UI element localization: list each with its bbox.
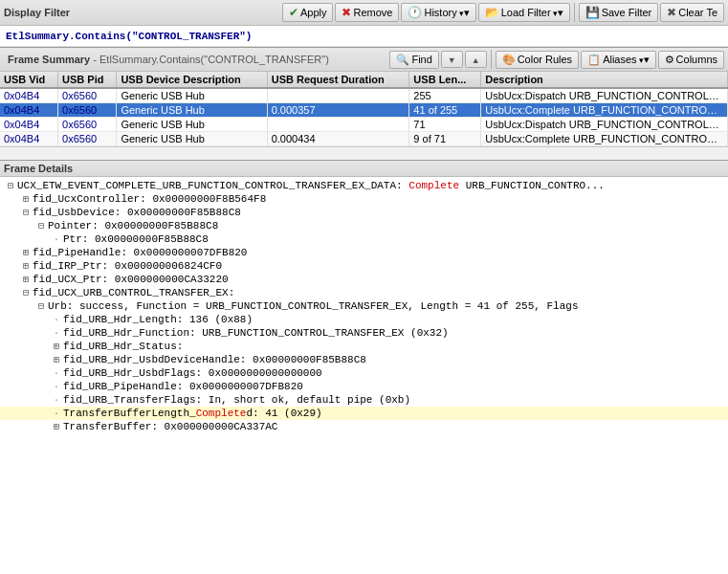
tree-item[interactable]: ⊞fid_UcxController: 0x00000000F8B564F8 <box>0 192 728 206</box>
table-cell: Generic USB Hub <box>117 103 267 118</box>
table-row[interactable]: 0x04B40x6560Generic USB Hub0.0004349 of … <box>0 132 728 146</box>
down-button[interactable] <box>441 51 463 68</box>
tree-toggle-icon[interactable]: · <box>50 382 63 392</box>
bottom-scrollbar[interactable] <box>0 146 728 160</box>
tree-item[interactable]: ⊟UCX_ETW_EVENT_COMPLETE_URB_FUNCTION_CON… <box>0 179 728 192</box>
tree-label: Ptr: 0x00000000F85B88C8 <box>63 233 209 245</box>
color-rules-icon <box>502 54 516 66</box>
tree-item[interactable]: ⊞fid_IRP_Ptr: 0x000000006824CF0 <box>0 259 728 273</box>
col-pid[interactable]: USB Pid <box>58 72 117 88</box>
filter-input-bar[interactable]: EtlSummary.Contains("CONTROL_TRANSFER") <box>0 26 728 47</box>
frame-table-wrapper: USB Vid USB Pid USB Device Description U… <box>0 72 728 146</box>
col-device-desc[interactable]: USB Device Description <box>117 72 267 88</box>
tree-toggle-icon[interactable]: ⊞ <box>19 260 33 272</box>
col-req-duration[interactable]: USB Request Duration <box>267 72 409 88</box>
tree-label: fid_URB_Hdr_UsbdDeviceHandle: 0x00000000… <box>63 354 366 365</box>
tree-toggle-icon[interactable]: ⊞ <box>19 274 33 285</box>
table-cell: 0.000434 <box>267 132 409 146</box>
table-row[interactable]: 0x04B40x6560Generic USB Hub71UsbUcx:Disp… <box>0 118 728 132</box>
history-button[interactable]: History ▾ <box>401 3 475 22</box>
table-cell: 0x6560 <box>58 132 117 146</box>
tree-toggle-icon[interactable]: · <box>50 395 63 406</box>
tree-item[interactable]: · TransferBufferLength_Completed: 41 (0x… <box>0 407 728 420</box>
clear-icon <box>667 6 676 19</box>
tree-item[interactable]: ⊟Urb: success, Function = URB_FUNCTION_C… <box>0 299 728 313</box>
tree-label: fid_URB_TransferFlags: In, short ok, def… <box>63 394 410 406</box>
tree-label: fid_URB_Hdr_Function: URB_FUNCTION_CONTR… <box>63 327 449 339</box>
col-description[interactable]: Description <box>481 72 728 88</box>
frame-details-title: Frame Details <box>0 161 728 177</box>
load-filter-button[interactable]: Load Filter ▾ <box>478 3 570 22</box>
table-row[interactable]: 0x04B40x6560Generic USB Hub255UsbUcx:Dis… <box>0 88 728 103</box>
table-cell: 0x04B4 <box>0 103 58 118</box>
display-filter-title: Display Filter <box>4 7 280 18</box>
table-row[interactable]: 0x04B40x6560Generic USB Hub0.00035741 of… <box>0 103 728 118</box>
filter-text: EtlSummary.Contains("CONTROL_TRANSFER") <box>6 31 252 42</box>
frame-summary-subtitle: - EtlSummary.Contains("CONTROL_TRANSFER"… <box>93 54 329 65</box>
tree-item[interactable]: ⊞fid_UCX_Ptr: 0x000000000CA33220 <box>0 273 728 286</box>
table-cell: 0x04B4 <box>0 132 58 146</box>
tree-toggle-icon[interactable]: · <box>50 408 63 419</box>
display-filter-section: Display Filter Apply Remove History ▾ Lo… <box>0 0 728 48</box>
tree-toggle-icon[interactable]: · <box>50 328 63 339</box>
separator-2 <box>491 50 492 69</box>
save-filter-button[interactable]: Save Filter <box>579 3 659 22</box>
tree-toggle-icon[interactable]: ⊞ <box>19 193 33 205</box>
clear-button[interactable]: Clear Te <box>660 3 724 22</box>
tree-toggle-icon[interactable]: ⊟ <box>19 287 33 298</box>
tree-item[interactable]: · fid_URB_Hdr_UsbdFlags: 0x0000000000000… <box>0 366 728 380</box>
tree-item[interactable]: ⊞fid_PipeHandle: 0x0000000007DFB820 <box>0 246 728 259</box>
tree-item[interactable]: ⊟fid_UCX_URB_CONTROL_TRANSFER_EX: <box>0 286 728 299</box>
tree-label: fid_UCX_Ptr: 0x000000000CA33220 <box>33 274 229 285</box>
tree-toggle-icon[interactable]: ⊞ <box>19 247 33 258</box>
table-cell: UsbUcx:Complete URB_FUNCTION_CONTROL_TRA… <box>481 103 728 118</box>
tree-toggle-icon[interactable]: ⊞ <box>50 421 63 432</box>
tree-label: UCX_ETW_EVENT_COMPLETE_URB_FUNCTION_CONT… <box>17 180 605 191</box>
tree-toggle-icon[interactable]: · <box>50 315 63 325</box>
tree-label: fid_URB_Hdr_Status: <box>63 341 183 352</box>
table-cell: UsbUcx:Dispatch URB_FUNCTION_CONTROL_TRA… <box>481 88 728 103</box>
tree-item[interactable]: · Ptr: 0x00000000F85B88C8 <box>0 232 728 246</box>
tree-item[interactable]: ⊞TransferBuffer: 0x000000000CA337AC <box>0 420 728 433</box>
tree-toggle-icon[interactable]: ⊟ <box>34 220 48 232</box>
tree-label: fid_UcxController: 0x00000000F8B564F8 <box>33 193 266 205</box>
tree-item[interactable]: · fid_URB_Hdr_Function: URB_FUNCTION_CON… <box>0 326 728 340</box>
col-usb-len[interactable]: USB Len... <box>409 72 481 88</box>
tree-toggle-icon[interactable]: · <box>50 234 63 245</box>
tree-toggle-icon[interactable]: ⊟ <box>19 207 33 218</box>
tree-toggle-icon[interactable]: ⊞ <box>50 354 63 365</box>
table-cell: 0x6560 <box>58 103 117 118</box>
load-icon <box>485 6 499 19</box>
table-cell: Generic USB Hub <box>117 88 267 103</box>
history-dropdown-icon: ▾ <box>459 7 470 19</box>
down-icon <box>448 54 456 65</box>
tree-item[interactable]: · fid_URB_PipeHandle: 0x0000000007DFB820 <box>0 380 728 393</box>
find-button[interactable]: Find <box>389 51 438 69</box>
table-cell: Generic USB Hub <box>117 118 267 132</box>
tree-toggle-icon[interactable]: ⊞ <box>50 341 63 352</box>
tree-item[interactable]: ⊞fid_URB_Hdr_Status: <box>0 340 728 353</box>
tree-toggle-icon[interactable]: ⊟ <box>4 180 17 191</box>
frame-summary-section: Frame Summary - EtlSummary.Contains("CON… <box>0 48 728 161</box>
tree-label: Urb: success, Function = URB_FUNCTION_CO… <box>48 300 579 312</box>
tree-toggle-icon[interactable]: · <box>50 368 63 379</box>
tree-item[interactable]: · fid_URB_TransferFlags: In, short ok, d… <box>0 393 728 407</box>
tree-item[interactable]: ⊞fid_URB_Hdr_UsbdDeviceHandle: 0x0000000… <box>0 353 728 366</box>
color-rules-button[interactable]: Color Rules <box>496 51 579 69</box>
tree-label: fid_PipeHandle: 0x0000000007DFB820 <box>33 247 247 258</box>
save-icon <box>585 6 600 19</box>
tree-item[interactable]: · fid_URB_Hdr_Length: 136 (0x88) <box>0 313 728 326</box>
aliases-button[interactable]: Aliases ▾ <box>581 51 655 69</box>
col-vid[interactable]: USB Vid <box>0 72 58 88</box>
apply-button[interactable]: Apply <box>282 3 334 22</box>
tree-toggle-icon[interactable]: ⊟ <box>34 300 48 312</box>
tree-label: TransferBufferLength_Completed: 41 (0x29… <box>63 408 322 419</box>
columns-button[interactable]: Columns <box>658 51 724 69</box>
frame-details-section: Frame Details ⊟UCX_ETW_EVENT_COMPLETE_UR… <box>0 161 728 574</box>
table-cell: 9 of 71 <box>409 132 481 146</box>
remove-button[interactable]: Remove <box>335 3 399 22</box>
tree-item[interactable]: ⊟Pointer: 0x00000000F85B88C8 <box>0 219 728 232</box>
display-filter-toolbar: Display Filter Apply Remove History ▾ Lo… <box>0 0 728 26</box>
up-button[interactable] <box>465 51 487 68</box>
tree-item[interactable]: ⊟fid_UsbDevice: 0x00000000F85B88C8 <box>0 206 728 219</box>
